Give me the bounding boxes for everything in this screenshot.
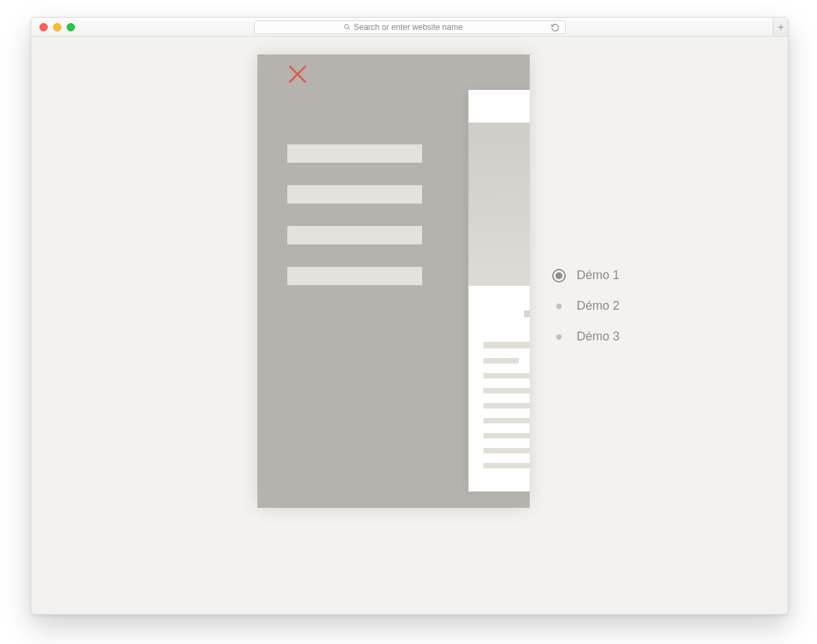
preview-text-line bbox=[483, 433, 530, 438]
reload-icon[interactable] bbox=[551, 23, 560, 32]
demo-selector-label: Démo 3 bbox=[577, 329, 620, 344]
radio-inactive-icon bbox=[552, 330, 566, 344]
preview-text-line bbox=[483, 403, 530, 408]
menu-item[interactable] bbox=[287, 144, 422, 163]
menu-items bbox=[287, 144, 422, 285]
demo-selector-label: Démo 2 bbox=[577, 299, 620, 313]
plus-icon bbox=[777, 23, 785, 31]
preview-body bbox=[468, 286, 530, 468]
page-preview-column bbox=[468, 90, 530, 492]
browser-viewport: Démo 1 Démo 2 Démo 3 bbox=[31, 37, 788, 614]
preview-text-line bbox=[483, 418, 530, 423]
preview-topbar bbox=[468, 90, 530, 123]
window-minimize-button[interactable] bbox=[53, 23, 61, 31]
menu-item[interactable] bbox=[287, 267, 422, 285]
browser-window: Search or enter website name bbox=[31, 17, 788, 615]
svg-line-1 bbox=[348, 28, 350, 30]
address-bar-placeholder: Search or enter website name bbox=[354, 22, 551, 32]
new-tab-button[interactable] bbox=[773, 18, 788, 36]
preview-text-line bbox=[483, 373, 530, 379]
window-zoom-button[interactable] bbox=[67, 23, 75, 31]
svg-point-0 bbox=[345, 25, 349, 29]
menu-item[interactable] bbox=[287, 226, 422, 244]
demo-selector-item-2[interactable]: Démo 2 bbox=[552, 299, 620, 313]
preview-hero-image bbox=[468, 123, 530, 286]
window-close-button[interactable] bbox=[39, 23, 48, 31]
demo-selector-item-1[interactable]: Démo 1 bbox=[552, 268, 620, 283]
demo-selector-item-3[interactable]: Démo 3 bbox=[552, 329, 620, 344]
browser-titlebar: Search or enter website name bbox=[31, 18, 788, 37]
menu-close-button[interactable] bbox=[287, 64, 308, 84]
preview-text-line bbox=[483, 388, 530, 393]
preview-text-line bbox=[483, 358, 519, 364]
preview-accent bbox=[524, 310, 530, 317]
search-icon bbox=[343, 23, 351, 31]
preview-text-line bbox=[483, 463, 530, 468]
demo-selector: Démo 1 Démo 2 Démo 3 bbox=[552, 268, 620, 344]
preview-text-line bbox=[483, 342, 530, 349]
menu-item[interactable] bbox=[287, 185, 422, 204]
radio-inactive-icon bbox=[552, 300, 566, 313]
mobile-menu-demo bbox=[257, 54, 530, 508]
demo-selector-label: Démo 1 bbox=[577, 268, 620, 283]
radio-active-icon bbox=[552, 269, 566, 283]
address-bar[interactable]: Search or enter website name bbox=[254, 20, 566, 34]
preview-text-line bbox=[483, 448, 530, 453]
close-icon bbox=[287, 64, 308, 84]
window-controls bbox=[39, 23, 75, 31]
